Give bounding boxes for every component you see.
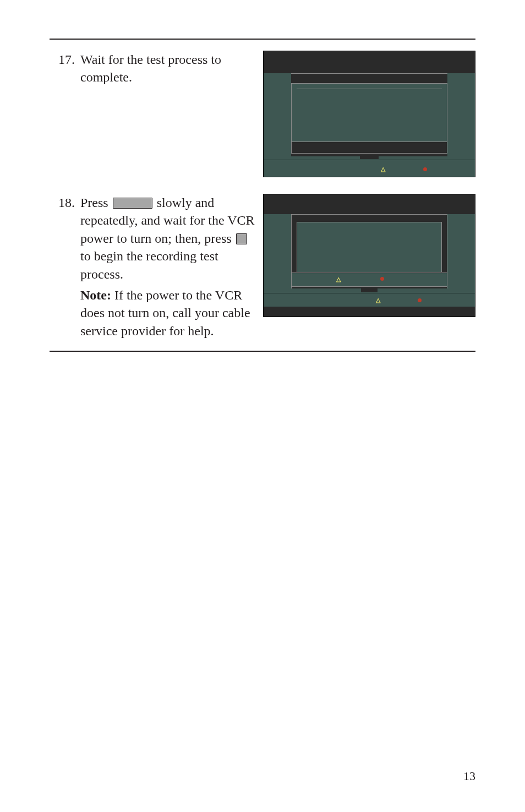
diagram-wrap: △ — [261, 51, 475, 177]
bottom-rule — [50, 351, 475, 352]
record-icon — [423, 167, 427, 171]
remote-button-long — [113, 198, 152, 209]
eject-icon: △ — [381, 166, 385, 172]
page-number: 13 — [463, 769, 475, 783]
diagram-wrap: △ △ — [261, 194, 475, 317]
tv-diagram-2: △ △ — [263, 194, 475, 317]
step-number: 18. — [50, 194, 78, 211]
page: 17. Wait for the test process to complet… — [0, 0, 525, 812]
step-17-row: 17. Wait for the test process to complet… — [50, 51, 475, 177]
press-a: Press — [80, 195, 112, 210]
eject-icon: △ — [336, 276, 341, 283]
step-number: 17. — [50, 51, 78, 68]
step-text: Wait for the test process to complete. — [78, 51, 261, 86]
top-rule — [50, 39, 475, 40]
remote-button-square — [236, 233, 247, 244]
note-label: Note: — [80, 288, 111, 302]
record-icon — [380, 277, 384, 281]
eject-icon: △ — [376, 297, 380, 303]
press-c: to begin the recording test process. — [80, 249, 218, 281]
step-text: Press slowly and repeatedly, and wait fo… — [78, 194, 261, 340]
tv-diagram-1: △ — [263, 51, 475, 177]
step-18-row: 18. Press slowly and repeatedly, and wai… — [50, 194, 475, 340]
step-17-text: Wait for the test process to complete. — [80, 52, 221, 84]
record-icon — [418, 298, 422, 302]
